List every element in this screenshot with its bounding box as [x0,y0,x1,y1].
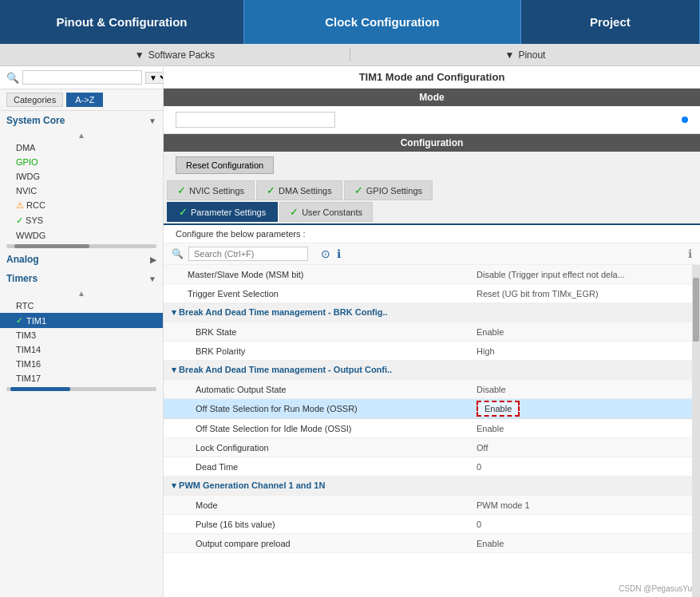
table-row-section3: ▾ PWM Generation Channel 1 and 1N [164,476,692,496]
param-section-header2[interactable]: ▾ Break And Dead Time management - Outpu… [164,362,469,378]
sidebar-item-sys[interactable]: ✓ SYS [0,213,163,228]
param-value: 0 [469,516,692,532]
sidebar-section-systemcore-header[interactable]: System Core ▼ [0,111,163,130]
param-name: Master/Slave Mode (MSM bit) [164,267,469,283]
mode-content [164,106,700,134]
scrollbar-thumb[interactable] [693,278,699,342]
reset-btn-container: Reset Configuration [164,152,700,179]
sidebar-section-timers-header[interactable]: Timers ▼ [0,269,163,288]
check-icon: ✓ [16,215,26,225]
sidebar-item-tim17[interactable]: TIM17 [0,371,163,385]
sidebar-search-dropdown[interactable]: ▼ [145,72,164,84]
param-table-content: Master/Slave Mode (MSM bit) Disable (Tri… [164,265,692,597]
param-value: Enable [469,324,692,340]
sidebar-item-wwdg[interactable]: WWDG [0,228,163,243]
param-name: Lock Configuration [164,440,469,456]
mode-bar: Mode [164,89,700,106]
section-arrow-output: ▾ [172,365,179,374]
table-row: Off State Selection for Idle Mode (OSSI)… [164,419,692,438]
param-value: High [469,343,692,359]
sidebar-item-rcc[interactable]: ⚠ RCC [0,198,163,213]
reset-config-button[interactable]: Reset Configuration [176,156,274,174]
content-title: TIM1 Mode and Configuration [164,66,700,89]
top-nav: Pinout & Configuration Clock Configurati… [0,0,700,44]
check-icon-user: ✓ [290,206,299,218]
check-icon-nvic: ✓ [177,184,186,196]
param-name: Trigger Event Selection [164,286,469,302]
param-search-icon: 🔍 [172,248,184,259]
param-table: Master/Slave Mode (MSM bit) Disable (Tri… [164,265,700,597]
config-bar: Configuration [164,134,700,152]
nav-pinout[interactable]: Pinout & Configuration [0,0,244,44]
sidebar-scroll-bar1 [6,244,156,248]
mode-input[interactable] [176,112,335,128]
nav-pinout-label: Pinout & Configuration [56,15,187,29]
param-name-selected: Off State Selection for Run Mode (OSSR) [164,401,469,417]
sidebar-item-dma[interactable]: DMA [0,140,163,155]
tab-params[interactable]: ✓ Parameter Settings [167,202,278,222]
search-icon: 🔍 [6,72,19,84]
table-row-selected[interactable]: Off State Selection for Run Mode (OSSR) … [164,399,692,419]
table-row: BRK State Enable [164,322,692,342]
param-value-selected[interactable]: Enable [469,399,692,418]
tab-user-constants[interactable]: ✓ User Constants [279,202,373,222]
cat-tab-atoz[interactable]: A->Z [66,93,103,107]
param-value: Disable (Trigger input effect not dela..… [469,267,692,283]
tabs-row-1: ✓ NVIC Settings ✓ DMA Settings ✓ GPIO Se… [164,179,700,200]
sidebar-item-iwdg[interactable]: IWDG [0,169,163,184]
nav-project[interactable]: Project [521,0,700,44]
sidebar-section-analog-header[interactable]: Analog ▶ [0,250,163,269]
dropdown-arrow-pinout: ▼ [505,49,515,61]
param-name: Automatic Output State [164,382,469,397]
sidebar-item-gpio[interactable]: GPIO [0,155,163,169]
sidebar-section-systemcore: System Core ▼ ▲ DMA GPIO IWDG NVIC ⚠ RCC… [0,111,163,250]
main-layout: 🔍 ▼ Categories A->Z System Core ▼ [0,66,700,597]
param-section-header[interactable]: ▾ Break And Dead Time management - BRK C… [164,304,469,321]
cat-tab-categories[interactable]: Categories [6,93,63,107]
sidebar-item-tim16[interactable]: TIM16 [0,357,163,371]
tabs-row-2: ✓ Parameter Settings ✓ User Constants [164,200,700,225]
sidebar-item-tim3[interactable]: TIM3 [0,328,163,342]
sidebar-item-tim1[interactable]: ✓ TIM1 [0,313,163,328]
table-row-section2: ▾ Break And Dead Time management - Outpu… [164,361,692,380]
param-name: BRK State [164,324,469,340]
warning-icon: ⚠ [16,200,26,210]
chevron-down-icon-timers: ▼ [148,275,156,283]
nav-project-label: Project [590,15,631,29]
table-row: Dead Time 0 [164,457,692,476]
param-name: Dead Time [164,459,469,475]
table-row: Trigger Event Selection Reset (UG bit fr… [164,284,692,303]
sidebar-item-tim14[interactable]: TIM14 [0,342,163,357]
sub-nav-software[interactable]: ▼ Software Packs [0,44,350,65]
param-section-header3[interactable]: ▾ PWM Generation Channel 1 and 1N [164,477,469,494]
sidebar-item-rtc[interactable]: RTC [0,298,163,313]
sub-nav-software-label: Software Packs [148,49,215,61]
dropdown-arrow-software: ▼ [135,49,144,61]
sidebar-scroll-up[interactable]: ▲ [0,130,163,140]
param-value-box[interactable]: Enable [477,401,520,417]
table-row: BRK Polarity High [164,342,692,361]
sidebar-scroll-up2[interactable]: ▲ [0,288,163,298]
check-icon-dma: ✓ [267,184,275,196]
param-name: Pulse (16 bits value) [164,516,469,532]
tab-nvic[interactable]: ✓ NVIC Settings [167,180,255,200]
section-arrow-brk: ▾ [172,307,179,317]
table-row: Mode PWM mode 1 [164,496,692,515]
nav-clock[interactable]: Clock Configuration [244,0,521,44]
param-value: Disable [469,382,692,397]
sidebar-section-analog: Analog ▶ [0,250,163,269]
sidebar-search-input[interactable] [22,70,142,85]
table-row: Master/Slave Mode (MSM bit) Disable (Tri… [164,265,692,284]
sidebar-item-nvic[interactable]: NVIC [0,184,163,198]
param-search-input[interactable] [188,247,308,261]
tab-gpio[interactable]: ✓ GPIO Settings [344,180,433,200]
sub-nav-pinout[interactable]: ▼ Pinout [350,44,700,65]
table-row: Pulse (16 bits value) 0 [164,515,692,534]
param-value: PWM mode 1 [469,497,692,513]
check-icon-tim1: ✓ [16,315,23,326]
sub-nav: ▼ Software Packs ▼ Pinout [0,44,700,66]
main-content: TIM1 Mode and Configuration Mode Configu… [164,66,700,597]
section-arrow-pwm: ▾ [172,480,179,490]
tab-dma[interactable]: ✓ DMA Settings [256,180,342,200]
scrollbar-track[interactable] [692,265,700,597]
